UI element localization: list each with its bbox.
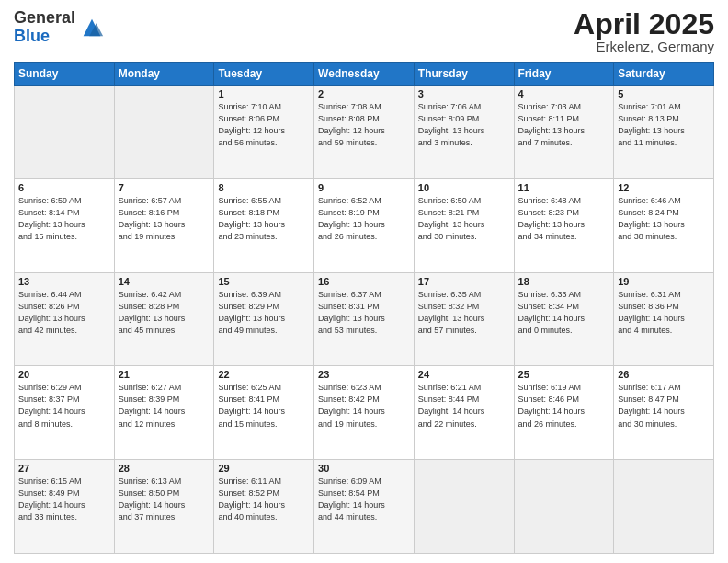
day-info: Sunrise: 6:44 AM Sunset: 8:26 PM Dayligh… <box>18 289 110 337</box>
table-row: 27Sunrise: 6:15 AM Sunset: 8:49 PM Dayli… <box>15 460 115 554</box>
day-number: 26 <box>618 369 710 380</box>
day-info: Sunrise: 6:52 AM Sunset: 8:19 PM Dayligh… <box>318 195 410 243</box>
table-row: 3Sunrise: 7:06 AM Sunset: 8:09 PM Daylig… <box>414 86 514 179</box>
day-number: 3 <box>418 88 510 99</box>
day-number: 24 <box>418 369 510 380</box>
header: General Blue April 2025 Erkelenz, German… <box>14 9 714 54</box>
calendar-table: Sunday Monday Tuesday Wednesday Thursday… <box>14 62 714 554</box>
day-number: 14 <box>119 276 210 287</box>
header-friday: Friday <box>514 63 614 86</box>
day-number: 27 <box>18 463 110 474</box>
header-sunday: Sunday <box>15 63 115 86</box>
day-info: Sunrise: 6:29 AM Sunset: 8:37 PM Dayligh… <box>18 382 110 430</box>
day-number: 12 <box>618 182 710 193</box>
table-row: 15Sunrise: 6:39 AM Sunset: 8:29 PM Dayli… <box>214 272 314 366</box>
day-number: 10 <box>418 182 510 193</box>
table-row: 5Sunrise: 7:01 AM Sunset: 8:13 PM Daylig… <box>614 86 714 179</box>
table-row: 1Sunrise: 7:10 AM Sunset: 8:06 PM Daylig… <box>214 86 314 179</box>
table-row: 11Sunrise: 6:48 AM Sunset: 8:23 PM Dayli… <box>514 178 614 272</box>
day-number: 17 <box>418 276 510 287</box>
day-number: 16 <box>318 276 410 287</box>
table-row <box>114 86 214 179</box>
table-row: 29Sunrise: 6:11 AM Sunset: 8:52 PM Dayli… <box>214 460 314 554</box>
day-info: Sunrise: 6:21 AM Sunset: 8:44 PM Dayligh… <box>418 382 510 430</box>
day-number: 25 <box>518 369 610 380</box>
day-info: Sunrise: 6:59 AM Sunset: 8:14 PM Dayligh… <box>18 195 110 243</box>
calendar-week-4: 20Sunrise: 6:29 AM Sunset: 8:37 PM Dayli… <box>15 366 714 460</box>
table-row: 22Sunrise: 6:25 AM Sunset: 8:41 PM Dayli… <box>214 366 314 460</box>
table-row: 20Sunrise: 6:29 AM Sunset: 8:37 PM Dayli… <box>15 366 115 460</box>
table-row: 24Sunrise: 6:21 AM Sunset: 8:44 PM Dayli… <box>414 366 514 460</box>
table-row: 17Sunrise: 6:35 AM Sunset: 8:32 PM Dayli… <box>414 272 514 366</box>
page: General Blue April 2025 Erkelenz, German… <box>0 0 728 563</box>
day-number: 6 <box>18 182 110 193</box>
title-block: April 2025 Erkelenz, Germany <box>574 9 714 54</box>
table-row: 28Sunrise: 6:13 AM Sunset: 8:50 PM Dayli… <box>114 460 214 554</box>
logo-blue: Blue <box>14 27 50 45</box>
day-number: 21 <box>119 369 210 380</box>
table-row: 21Sunrise: 6:27 AM Sunset: 8:39 PM Dayli… <box>114 366 214 460</box>
day-info: Sunrise: 6:50 AM Sunset: 8:21 PM Dayligh… <box>418 195 510 243</box>
day-number: 7 <box>119 182 210 193</box>
table-row: 25Sunrise: 6:19 AM Sunset: 8:46 PM Dayli… <box>514 366 614 460</box>
day-info: Sunrise: 7:03 AM Sunset: 8:11 PM Dayligh… <box>518 101 610 149</box>
day-info: Sunrise: 6:57 AM Sunset: 8:16 PM Dayligh… <box>119 195 210 243</box>
day-info: Sunrise: 6:15 AM Sunset: 8:49 PM Dayligh… <box>18 476 110 523</box>
table-row: 23Sunrise: 6:23 AM Sunset: 8:42 PM Dayli… <box>314 366 415 460</box>
table-row <box>414 460 514 554</box>
day-info: Sunrise: 6:55 AM Sunset: 8:18 PM Dayligh… <box>218 195 310 243</box>
day-number: 15 <box>218 276 310 287</box>
logo: General Blue <box>14 9 105 46</box>
day-info: Sunrise: 6:46 AM Sunset: 8:24 PM Dayligh… <box>618 195 710 243</box>
day-info: Sunrise: 6:42 AM Sunset: 8:28 PM Dayligh… <box>119 289 210 337</box>
day-info: Sunrise: 7:01 AM Sunset: 8:13 PM Dayligh… <box>618 101 710 149</box>
calendar-week-1: 1Sunrise: 7:10 AM Sunset: 8:06 PM Daylig… <box>15 86 714 179</box>
header-monday: Monday <box>114 63 214 86</box>
day-number: 28 <box>119 463 210 474</box>
table-row: 9Sunrise: 6:52 AM Sunset: 8:19 PM Daylig… <box>314 178 415 272</box>
table-row: 30Sunrise: 6:09 AM Sunset: 8:54 PM Dayli… <box>314 460 415 554</box>
table-row: 19Sunrise: 6:31 AM Sunset: 8:36 PM Dayli… <box>614 272 714 366</box>
day-number: 30 <box>318 463 410 474</box>
day-info: Sunrise: 6:35 AM Sunset: 8:32 PM Dayligh… <box>418 289 510 337</box>
day-info: Sunrise: 6:23 AM Sunset: 8:42 PM Dayligh… <box>318 382 410 430</box>
day-number: 11 <box>518 182 610 193</box>
day-info: Sunrise: 7:10 AM Sunset: 8:06 PM Dayligh… <box>218 101 310 149</box>
day-number: 23 <box>318 369 410 380</box>
day-number: 19 <box>618 276 710 287</box>
table-row: 2Sunrise: 7:08 AM Sunset: 8:08 PM Daylig… <box>314 86 415 179</box>
header-wednesday: Wednesday <box>314 63 415 86</box>
day-info: Sunrise: 6:19 AM Sunset: 8:46 PM Dayligh… <box>518 382 610 430</box>
calendar-week-5: 27Sunrise: 6:15 AM Sunset: 8:49 PM Dayli… <box>15 460 714 554</box>
table-row: 4Sunrise: 7:03 AM Sunset: 8:11 PM Daylig… <box>514 86 614 179</box>
calendar-week-3: 13Sunrise: 6:44 AM Sunset: 8:26 PM Dayli… <box>15 272 714 366</box>
day-info: Sunrise: 6:31 AM Sunset: 8:36 PM Dayligh… <box>618 289 710 337</box>
day-info: Sunrise: 6:09 AM Sunset: 8:54 PM Dayligh… <box>318 476 410 523</box>
logo-text: General Blue <box>14 9 75 46</box>
header-saturday: Saturday <box>614 63 714 86</box>
day-number: 2 <box>318 88 410 99</box>
table-row: 26Sunrise: 6:17 AM Sunset: 8:47 PM Dayli… <box>614 366 714 460</box>
table-row: 13Sunrise: 6:44 AM Sunset: 8:26 PM Dayli… <box>15 272 115 366</box>
table-row: 16Sunrise: 6:37 AM Sunset: 8:31 PM Dayli… <box>314 272 415 366</box>
day-number: 1 <box>218 88 310 99</box>
logo-icon <box>79 15 105 40</box>
day-number: 13 <box>18 276 110 287</box>
calendar-subtitle: Erkelenz, Germany <box>574 39 714 54</box>
day-number: 20 <box>18 369 110 380</box>
logo-general: General <box>14 8 75 27</box>
day-number: 22 <box>218 369 310 380</box>
day-number: 29 <box>218 463 310 474</box>
table-row: 12Sunrise: 6:46 AM Sunset: 8:24 PM Dayli… <box>614 178 714 272</box>
day-number: 5 <box>618 88 710 99</box>
day-number: 9 <box>318 182 410 193</box>
calendar-week-2: 6Sunrise: 6:59 AM Sunset: 8:14 PM Daylig… <box>15 178 714 272</box>
header-thursday: Thursday <box>414 63 514 86</box>
day-info: Sunrise: 6:11 AM Sunset: 8:52 PM Dayligh… <box>218 476 310 523</box>
day-info: Sunrise: 6:17 AM Sunset: 8:47 PM Dayligh… <box>618 382 710 430</box>
table-row: 7Sunrise: 6:57 AM Sunset: 8:16 PM Daylig… <box>114 178 214 272</box>
header-tuesday: Tuesday <box>214 63 314 86</box>
day-info: Sunrise: 7:06 AM Sunset: 8:09 PM Dayligh… <box>418 101 510 149</box>
day-info: Sunrise: 6:48 AM Sunset: 8:23 PM Dayligh… <box>518 195 610 243</box>
table-row <box>614 460 714 554</box>
